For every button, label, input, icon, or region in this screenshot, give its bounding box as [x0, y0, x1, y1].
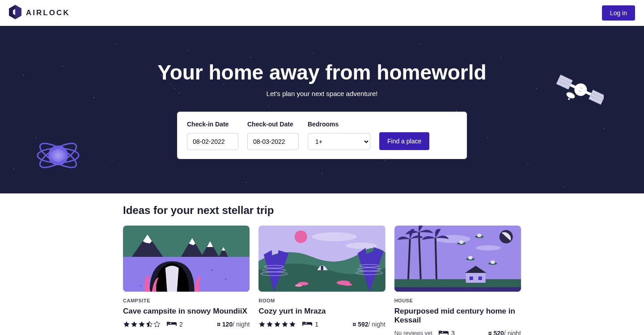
listing-meta: 1 ¤ 592/ night — [258, 320, 385, 328]
section-title: Ideas for your next stellar trip — [123, 204, 521, 217]
bed-icon — [439, 329, 449, 335]
hero-headline: Your home away from homeworld — [157, 60, 486, 84]
listing-card[interactable]: ROOM Cozy yurt in Mraza 1 ¤ 592/ night — [258, 226, 385, 335]
price-unit: / night — [504, 330, 521, 335]
price-value: 592 — [358, 321, 368, 328]
bed-count: 2 — [179, 321, 183, 328]
checkin-field: Check-in Date — [187, 121, 238, 150]
listing-price: ¤ 520/ night — [488, 330, 521, 335]
price-unit: / night — [233, 321, 250, 328]
listing-meta: 2 ¤ 120/ night — [123, 320, 250, 328]
svg-rect-59 — [469, 276, 473, 280]
currency-symbol: ¤ — [217, 321, 220, 328]
svg-point-23 — [225, 278, 227, 280]
checkin-input[interactable] — [187, 133, 238, 150]
brand[interactable]: AIRLOCK — [9, 5, 70, 21]
listing-meta: No reviews yet 3 ¤ 520/ night — [394, 329, 521, 335]
bed-count: 3 — [451, 330, 455, 335]
svg-point-38 — [295, 284, 302, 287]
listing-no-reviews: No reviews yet — [394, 330, 432, 335]
checkout-input[interactable] — [247, 133, 299, 150]
svg-point-28 — [346, 243, 377, 249]
search-card: Check-in Date Check-out Date Bedrooms 1+… — [177, 112, 467, 159]
price-value: 520 — [494, 330, 504, 335]
svg-rect-5 — [556, 75, 572, 90]
svg-point-22 — [212, 269, 213, 271]
svg-rect-36 — [321, 266, 323, 270]
listing-beds: 2 — [167, 320, 183, 328]
svg-point-29 — [295, 230, 307, 243]
planet-icon — [36, 138, 80, 175]
cards-grid: CAMPSITE Cave campsite in snowy MoundiiX… — [123, 226, 521, 335]
checkout-field: Check-out Date — [247, 121, 299, 150]
svg-rect-58 — [466, 273, 485, 283]
hero: Your home away from homeworld Let's plan… — [0, 26, 644, 193]
listing-price: ¤ 120/ night — [217, 321, 250, 328]
listing-beds: 3 — [439, 329, 455, 335]
listings-section: Ideas for your next stellar trip — [123, 193, 521, 335]
svg-point-43 — [475, 245, 500, 251]
bed-count: 1 — [315, 321, 318, 328]
listing-title: Cozy yurt in Mraza — [258, 307, 385, 316]
listing-thumb — [394, 226, 521, 292]
listing-stars — [123, 321, 161, 328]
bed-icon — [302, 320, 312, 328]
svg-point-40 — [343, 283, 352, 286]
hero-subline: Let's plan your next space adventure! — [267, 90, 378, 97]
currency-symbol: ¤ — [352, 321, 356, 328]
checkin-label: Check-in Date — [187, 121, 238, 128]
listing-title: Repurposed mid century home in Kessail — [394, 307, 521, 325]
listing-thumb — [123, 226, 250, 292]
listing-tag: HOUSE — [394, 298, 521, 303]
logo-icon — [9, 5, 21, 21]
svg-rect-57 — [394, 287, 521, 292]
svg-point-48 — [477, 234, 481, 237]
listing-stars — [258, 321, 296, 328]
listing-beds: 1 — [302, 320, 318, 328]
svg-point-27 — [312, 232, 357, 241]
svg-point-24 — [140, 285, 142, 287]
checkout-label: Check-out Date — [247, 121, 299, 128]
listing-tag: ROOM — [258, 298, 385, 303]
listing-card[interactable]: CAMPSITE Cave campsite in snowy MoundiiX… — [123, 226, 250, 335]
bedrooms-label: Bedrooms — [308, 121, 370, 128]
price-unit: / night — [369, 321, 386, 328]
login-button[interactable]: Log in — [602, 5, 635, 21]
listing-thumb — [258, 226, 385, 292]
svg-point-18 — [565, 91, 576, 100]
price-value: 120 — [222, 321, 233, 328]
svg-point-19 — [568, 98, 570, 100]
site-header: AIRLOCK Log in — [0, 0, 644, 26]
brand-name: AIRLOCK — [26, 8, 70, 17]
svg-point-52 — [490, 260, 495, 264]
satellite-icon — [555, 73, 604, 115]
bedrooms-field: Bedrooms 1+ — [308, 121, 370, 150]
listing-price: ¤ 592/ night — [352, 321, 385, 328]
listing-title: Cave campsite in snowy MoundiiX — [123, 307, 250, 316]
svg-point-50 — [468, 256, 472, 260]
find-place-button[interactable]: Find a place — [379, 132, 429, 150]
bedrooms-select[interactable]: 1+ — [308, 133, 370, 150]
listing-tag: CAMPSITE — [123, 298, 250, 303]
bed-icon — [167, 320, 177, 328]
svg-rect-60 — [478, 276, 482, 280]
currency-symbol: ¤ — [488, 330, 492, 335]
listing-card[interactable]: HOUSE Repurposed mid century home in Kes… — [394, 226, 521, 335]
svg-point-46 — [459, 240, 463, 244]
